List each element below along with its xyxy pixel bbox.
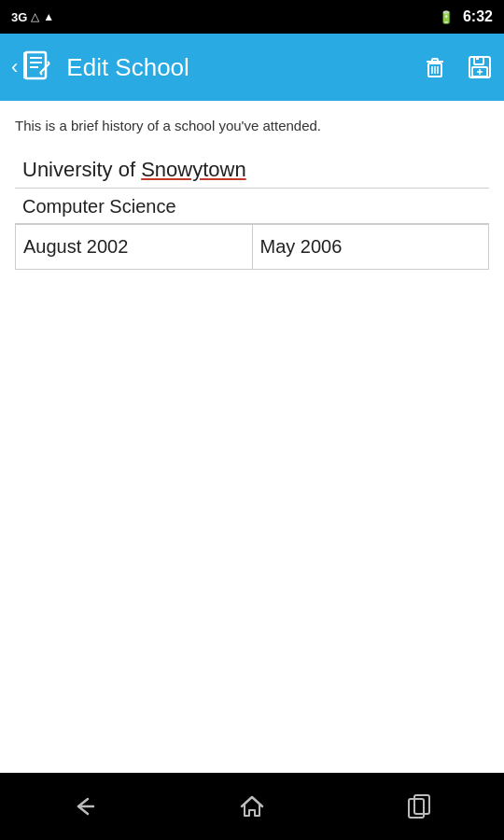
status-bar: 3G △ ▲ 🔋 6:32	[0, 0, 504, 34]
school-name-highlighted: Snowytown	[141, 158, 246, 181]
signal-bars-icon: ▲	[43, 10, 54, 23]
app-bar: ‹ Edit School	[0, 34, 504, 101]
save-button[interactable]	[467, 54, 493, 80]
svg-rect-0	[25, 52, 46, 78]
start-date-field[interactable]: August 2002	[16, 225, 253, 269]
home-nav-button[interactable]	[224, 788, 280, 825]
edit-school-icon	[21, 49, 55, 86]
back-nav-button[interactable]	[56, 788, 112, 825]
battery-icon: 🔋	[439, 10, 454, 24]
bottom-nav	[0, 773, 504, 840]
recents-nav-button[interactable]	[392, 788, 448, 825]
school-name-field[interactable]: University of Snowytown	[15, 150, 489, 189]
page-title: Edit School	[66, 53, 422, 82]
end-date-text: May 2006	[260, 236, 343, 257]
date-row: August 2002 May 2006	[15, 224, 489, 270]
signal-icon: △	[31, 10, 39, 23]
end-date-field[interactable]: May 2006	[253, 225, 489, 269]
svg-rect-10	[432, 59, 438, 62]
start-date-text: August 2002	[23, 236, 128, 257]
app-bar-actions	[422, 54, 493, 80]
svg-line-6	[40, 73, 42, 75]
degree-text: Computer Science	[22, 196, 176, 217]
clock: 6:32	[463, 8, 493, 25]
degree-field[interactable]: Computer Science	[15, 189, 489, 224]
delete-button[interactable]	[422, 54, 448, 80]
signal-indicator: 3G	[11, 10, 27, 24]
description-text: This is a brief history of a school you'…	[15, 116, 489, 135]
svg-line-7	[48, 62, 49, 63]
content-area: This is a brief history of a school you'…	[0, 101, 504, 270]
back-arrow-icon[interactable]: ‹	[11, 55, 18, 79]
school-name-prefix: University of	[22, 158, 141, 181]
